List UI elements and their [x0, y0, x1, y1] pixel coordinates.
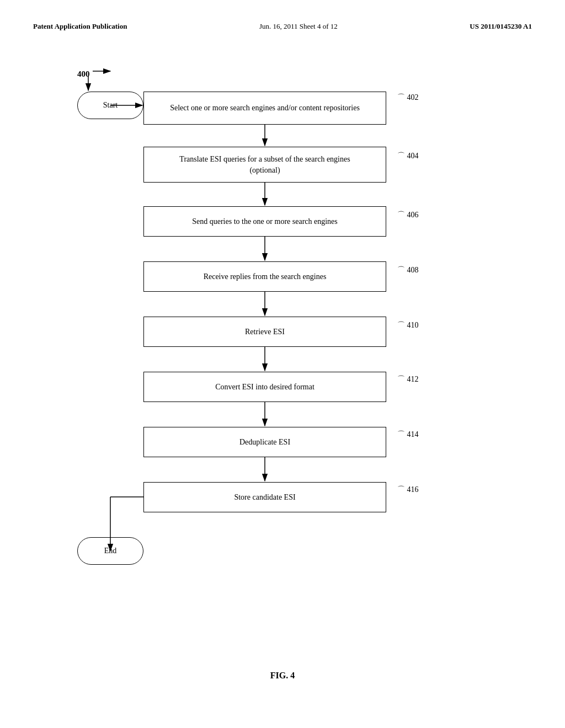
ref-416: ⌒ 416: [397, 485, 419, 495]
ref-404: ⌒ 404: [397, 151, 419, 161]
header-date-sheet: Jun. 16, 2011 Sheet 4 of 12: [259, 22, 338, 31]
ref-414: ⌒ 414: [397, 430, 419, 440]
node-step1: Start Select one or more search engines …: [143, 92, 386, 125]
ref-410: ⌒ 410: [397, 320, 419, 330]
node-step5: Retrieve ESI: [143, 317, 386, 347]
ref-412: ⌒ 412: [397, 374, 419, 384]
figure-label: FIG. 4: [33, 671, 532, 681]
node-step4: Receive replies from the search engines: [143, 261, 386, 292]
header-publication: Patent Application Publication: [33, 22, 127, 31]
node-step3: Send queries to the one or more search e…: [143, 206, 386, 237]
diagram-area: 400 Start ⌒ 402 Start Select one or more…: [33, 53, 532, 660]
page: Patent Application Publication Jun. 16, …: [0, 0, 565, 728]
node-step7: Deduplicate ESI: [143, 427, 386, 457]
ref-406: ⌒ 406: [397, 210, 419, 220]
node-start: Start: [77, 92, 143, 119]
diagram-label-400: 400: [77, 69, 90, 79]
node-step2: Translate ESI queries for a subset of th…: [143, 147, 386, 183]
header-patent-number: US 2011/0145230 A1: [470, 22, 532, 31]
ref-408: ⌒ 408: [397, 265, 419, 275]
page-header: Patent Application Publication Jun. 16, …: [33, 22, 532, 31]
flowchart-arrows: [33, 53, 532, 660]
node-end: End: [77, 537, 143, 565]
node-step8: Store candidate ESI: [143, 482, 386, 512]
ref-402: ⌒ 402: [397, 93, 419, 103]
node-step6: Convert ESI into desired format: [143, 372, 386, 402]
